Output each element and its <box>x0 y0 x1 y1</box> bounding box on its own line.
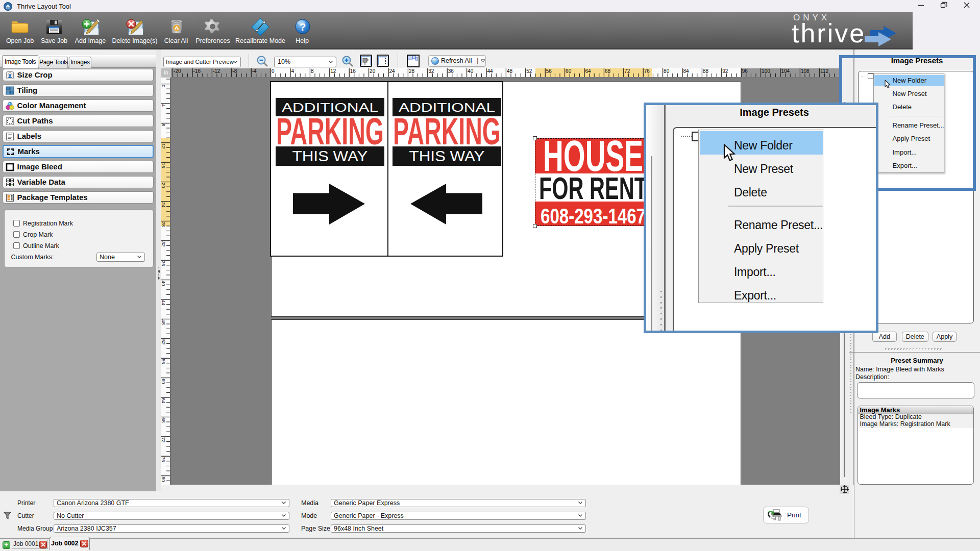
svg-text:PARKING: PARKING <box>393 117 501 147</box>
svg-text:PARKING: PARKING <box>276 117 384 147</box>
svg-text:THIS WAY: THIS WAY <box>292 148 368 164</box>
svg-text:ADDITIONAL: ADDITIONAL <box>282 101 378 114</box>
svg-text:ADDITIONAL: ADDITIONAL <box>399 101 495 114</box>
svg-text:?: ? <box>300 21 306 33</box>
svg-text:THIS WAY: THIS WAY <box>409 148 485 164</box>
